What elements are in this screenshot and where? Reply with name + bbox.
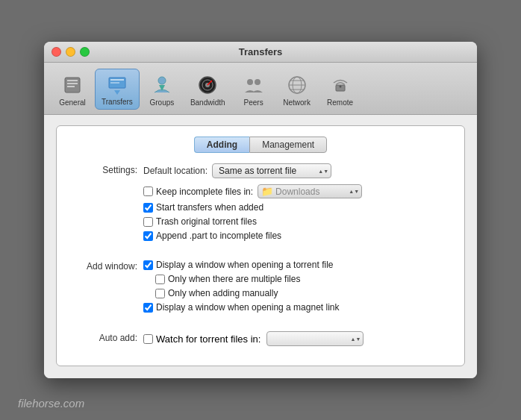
network-label: Network <box>283 98 311 107</box>
default-location-row: Default location: Same as torrent file <box>143 163 452 178</box>
remote-label: Remote <box>327 98 353 107</box>
downloads-arrows: ▲▼ <box>349 189 359 194</box>
svg-point-8 <box>158 77 166 84</box>
toolbar-item-peers[interactable]: Peers <box>233 70 275 110</box>
trash-original-checkbox[interactable] <box>143 217 153 227</box>
only-manually-checkbox[interactable] <box>155 289 165 298</box>
settings-label: Settings: <box>69 163 143 175</box>
auto-add-content: Watch for torrent files in: <box>143 331 452 346</box>
svg-rect-6 <box>110 82 119 84</box>
window-title: Transfers <box>239 46 283 57</box>
content-area: Adding Management Settings: Default loca… <box>44 115 477 378</box>
downloads-select-wrapper: 📁 Downloads ▲▼ <box>258 184 362 198</box>
tab-management[interactable]: Management <box>249 137 327 153</box>
toolbar-item-transfers[interactable]: Transfers <box>95 69 140 110</box>
append-part-row: Append .part to incomplete files <box>143 231 452 241</box>
auto-add-label: Auto add: <box>69 331 143 343</box>
display-magnet-label: Display a window when opening a magnet l… <box>156 302 339 313</box>
titlebar-buttons <box>52 47 90 57</box>
toolbar: General Transfers <box>44 63 477 115</box>
start-transfers-row: Start transfers when added <box>143 202 452 213</box>
watermark: filehorse.com <box>18 397 84 410</box>
add-window-section: Add window: Display a window when openin… <box>69 260 452 316</box>
transfers-icon <box>105 72 129 96</box>
svg-rect-5 <box>110 79 124 81</box>
peers-label: Peers <box>244 98 263 107</box>
display-window-row: Display a window when opening a torrent … <box>143 260 452 270</box>
watch-row: Watch for torrent files in: <box>143 331 452 346</box>
watch-checkbox[interactable] <box>143 334 153 344</box>
groups-label: Groups <box>149 98 174 107</box>
only-multiple-checkbox[interactable] <box>155 275 165 284</box>
settings-panel: Adding Management Settings: Default loca… <box>56 125 465 366</box>
titlebar: Transfers <box>44 42 477 63</box>
toolbar-item-network[interactable]: Network <box>276 70 318 110</box>
svg-rect-2 <box>67 83 78 84</box>
keep-incomplete-checkbox[interactable] <box>143 187 153 196</box>
toolbar-item-remote[interactable]: Remote <box>319 70 361 110</box>
groups-icon <box>150 73 174 97</box>
only-multiple-label: Only when there are multiple files <box>168 274 300 284</box>
main-window: Transfers General <box>44 42 477 378</box>
svg-marker-7 <box>114 90 120 95</box>
general-icon <box>60 73 84 97</box>
remote-icon <box>328 73 352 97</box>
trash-original-row: Trash original torrent files <box>143 216 452 227</box>
append-part-label: Append .part to incomplete files <box>156 231 281 241</box>
maximize-button[interactable] <box>80 47 90 57</box>
toolbar-item-groups[interactable]: Groups <box>141 70 183 110</box>
start-transfers-checkbox[interactable] <box>143 203 153 213</box>
svg-point-22 <box>339 86 341 88</box>
auto-add-section: Auto add: Watch for torrent files in: <box>69 331 452 346</box>
watch-label: Watch for torrent files in: <box>156 333 260 345</box>
close-button[interactable] <box>52 47 61 57</box>
keep-incomplete-row: Keep incomplete files in: 📁 Downloads ▲▼ <box>143 184 452 198</box>
watch-select[interactable] <box>266 331 364 346</box>
svg-point-15 <box>255 79 260 85</box>
default-location-label: Default location: <box>143 166 208 176</box>
peers-icon <box>242 73 266 97</box>
toolbar-item-general[interactable]: General <box>52 70 93 110</box>
tab-adding[interactable]: Adding <box>194 137 249 153</box>
downloads-value: Downloads <box>275 187 319 197</box>
bandwidth-label: Bandwidth <box>190 98 225 107</box>
tab-bar: Adding Management <box>69 137 452 153</box>
folder-icon: 📁 <box>261 186 273 197</box>
start-transfers-label: Start transfers when added <box>156 202 263 213</box>
svg-point-14 <box>247 79 253 85</box>
only-manually-label: Only when adding manually <box>168 288 278 298</box>
display-magnet-row: Display a window when opening a magnet l… <box>143 302 452 313</box>
settings-section: Settings: Default location: Same as torr… <box>69 163 452 245</box>
network-icon <box>285 73 309 97</box>
bandwidth-icon <box>196 73 219 97</box>
watch-select-wrapper <box>266 331 364 346</box>
trash-original-label: Trash original torrent files <box>156 216 257 227</box>
toolbar-item-bandwidth[interactable]: Bandwidth <box>184 70 231 110</box>
outer-container: Transfers General <box>0 0 521 420</box>
minimize-button[interactable] <box>66 47 75 57</box>
keep-incomplete-label: Keep incomplete files in: <box>156 187 253 197</box>
display-magnet-checkbox[interactable] <box>143 303 153 313</box>
only-multiple-row: Only when there are multiple files <box>155 274 452 284</box>
add-window-content: Display a window when opening a torrent … <box>143 260 452 316</box>
svg-rect-1 <box>67 80 78 81</box>
svg-rect-3 <box>67 86 75 87</box>
default-location-select[interactable]: Same as torrent file <box>212 163 331 178</box>
append-part-checkbox[interactable] <box>143 231 153 241</box>
add-window-label: Add window: <box>69 260 143 272</box>
transfers-label: Transfers <box>102 98 133 106</box>
display-window-checkbox[interactable] <box>143 260 153 270</box>
settings-content: Default location: Same as torrent file K… <box>143 163 452 245</box>
general-label: General <box>59 98 86 107</box>
only-manually-row: Only when adding manually <box>155 288 452 298</box>
default-location-select-wrapper: Same as torrent file <box>212 163 331 178</box>
display-window-label: Display a window when opening a torrent … <box>156 260 333 270</box>
